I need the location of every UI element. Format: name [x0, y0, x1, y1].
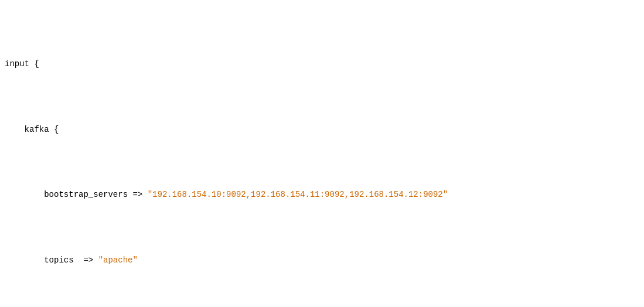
code-line-4: topics => "apache" — [5, 254, 637, 267]
code-line-3: bootstrap_servers => "192.168.154.10:909… — [5, 188, 637, 201]
code-block: input { kafka { bootstrap_servers => "19… — [5, 5, 637, 307]
code-container: input { kafka { bootstrap_servers => "19… — [0, 0, 644, 307]
code-line-1: input { — [5, 57, 637, 70]
code-line-2: kafka { — [5, 123, 637, 136]
